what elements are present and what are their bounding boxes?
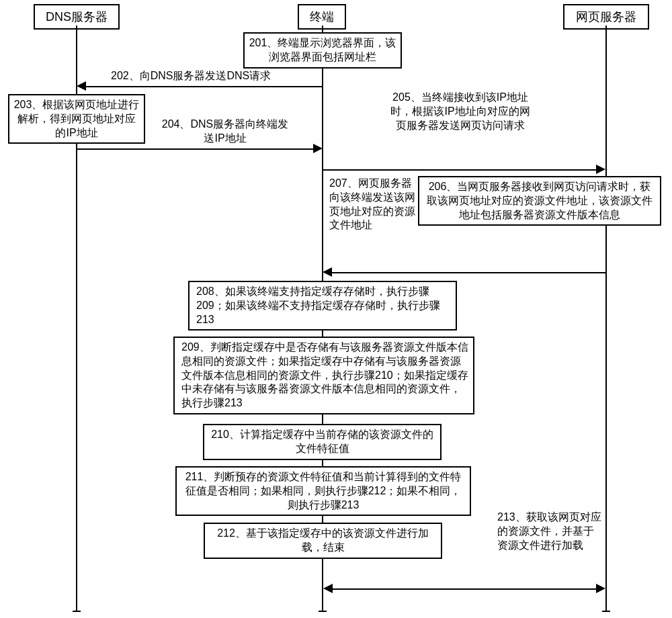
step-213-label: 213、获取该网页对应的资源文件，并基于资源文件进行加载 bbox=[497, 511, 601, 552]
arrow-207 bbox=[331, 272, 605, 273]
lifeline-end-tick bbox=[602, 611, 610, 612]
step-205-label: 205、当终端接收到该IP地址时，根据该IP地址向对应的网页服务器发送网页访问请… bbox=[386, 91, 534, 132]
arrow-202 bbox=[85, 86, 323, 87]
step-207-label: 207、网页服务器向该终端发送该网页地址对应的资源文件地址 bbox=[329, 177, 417, 232]
step-212: 212、基于该指定缓存中的该资源文件进行加载，结束 bbox=[204, 523, 442, 559]
arrow-202-head bbox=[77, 81, 86, 91]
step-211: 211、判断预存的资源文件特征值和当前计算得到的文件特征值是否相同；如果相同，则… bbox=[175, 466, 471, 516]
step-209: 209、判断指定缓存中是否存储有与该服务器资源文件版本信息相同的资源文件；如果指… bbox=[173, 337, 474, 414]
step-204-label: 204、DNS服务器向终端发送IP地址 bbox=[158, 118, 292, 146]
arrow-204 bbox=[77, 148, 314, 150]
arrow-213-head-right bbox=[596, 584, 605, 593]
arrow-205-head bbox=[596, 165, 605, 174]
arrow-213-head-left bbox=[323, 584, 333, 593]
step-210: 210、计算指定缓存中当前存储的该资源文件的文件特征值 bbox=[203, 424, 442, 460]
step-206: 206、当网页服务器接收到网页访问请求时，获取该网页地址对应的资源文件地址，该资… bbox=[418, 176, 661, 226]
arrow-204-head bbox=[313, 144, 323, 153]
step-208: 208、如果该终端支持指定缓存存储时，执行步骤209；如果该终端不支持指定缓存存… bbox=[188, 281, 457, 330]
lifeline-end-tick bbox=[73, 611, 81, 612]
arrow-207-head bbox=[323, 267, 332, 277]
step-201: 201、终端显示浏览器界面，该浏览器界面包括网址栏 bbox=[243, 32, 402, 69]
step-202-label: 202、向DNS服务器发送DNS请求 bbox=[111, 69, 296, 83]
arrow-213 bbox=[332, 588, 597, 590]
lifeline-end-tick bbox=[319, 611, 327, 612]
lifeline-web bbox=[605, 26, 607, 611]
step-203: 203、根据该网页地址进行解析，得到网页地址对应的IP地址 bbox=[8, 94, 145, 144]
sequence-diagram: DNS服务器 终端 网页服务器 201、终端显示浏览器界面，该浏览器界面包括网址… bbox=[0, 0, 672, 618]
arrow-205 bbox=[323, 169, 597, 171]
